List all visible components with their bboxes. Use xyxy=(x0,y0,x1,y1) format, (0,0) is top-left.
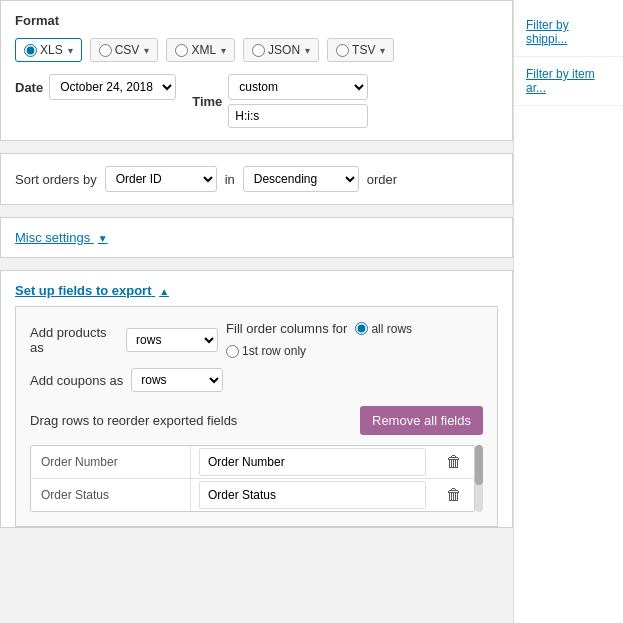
field-input-order-status[interactable] xyxy=(191,481,434,509)
sort-suffix-label: order xyxy=(367,172,397,187)
scroll-thumb xyxy=(475,445,483,485)
format-csv[interactable]: CSV ▾ xyxy=(90,38,159,62)
setup-section: Set up fields to export ▲ Add products a… xyxy=(0,270,513,528)
xls-arrow-icon[interactable]: ▾ xyxy=(68,45,73,56)
drag-label: Drag rows to reorder exported fields xyxy=(30,413,237,428)
filter-shipping-link[interactable]: Filter by shippi... xyxy=(514,8,623,57)
right-sidebar: Filter by shippi... Filter by item ar... xyxy=(513,0,623,623)
field-label-order-status: Order Status xyxy=(31,479,191,511)
field-label-order-number: Order Number xyxy=(31,446,191,478)
format-title: Format xyxy=(15,13,498,28)
scrollbar[interactable] xyxy=(475,445,483,512)
tsv-arrow-icon[interactable]: ▾ xyxy=(380,45,385,56)
coupons-select[interactable]: rows columns xyxy=(131,368,223,392)
delete-order-status-icon[interactable]: 🗑 xyxy=(446,486,462,504)
field-input-order-number[interactable] xyxy=(191,448,434,476)
time-label: Time xyxy=(192,94,222,109)
misc-arrow-icon: ▼ xyxy=(98,233,108,244)
misc-toggle-button[interactable]: Misc settings ▼ xyxy=(15,230,108,245)
delete-order-number-icon[interactable]: 🗑 xyxy=(446,453,462,471)
json-arrow-icon[interactable]: ▾ xyxy=(305,45,310,56)
setup-arrow-icon: ▲ xyxy=(159,286,169,297)
time-container: custom xyxy=(228,74,368,128)
field-text-order-number[interactable] xyxy=(199,448,426,476)
time-group: Time custom xyxy=(192,74,368,128)
csv-arrow-icon[interactable]: ▾ xyxy=(144,45,149,56)
fields-table-wrapper: Order Number 🗑 Order Status xyxy=(30,445,483,512)
table-row: Order Status 🗑 xyxy=(31,479,474,511)
sort-section: Sort orders by Order ID Order Date Custo… xyxy=(0,153,513,205)
fill-order-row: Fill order columns for all rows 1st row … xyxy=(226,321,483,358)
sort-direction-select[interactable]: Ascending Descending xyxy=(243,166,359,192)
fill-all-rows-option[interactable]: all rows xyxy=(355,322,412,336)
filter-item-link[interactable]: Filter by item ar... xyxy=(514,57,623,106)
xml-arrow-icon[interactable]: ▾ xyxy=(221,45,226,56)
sort-label: Sort orders by xyxy=(15,172,97,187)
format-xml[interactable]: XML ▾ xyxy=(166,38,235,62)
time-select[interactable]: custom xyxy=(228,74,368,100)
coupons-label: Add coupons as xyxy=(30,373,123,388)
fill-1st-row-option[interactable]: 1st row only xyxy=(226,344,306,358)
date-select[interactable]: October 24, 2018 xyxy=(49,74,176,100)
products-label: Add products as xyxy=(30,325,118,355)
format-xls[interactable]: XLS ▾ xyxy=(15,38,82,62)
table-row: Order Number 🗑 xyxy=(31,446,474,479)
fields-config-box: Add products as rows columns Fill order … xyxy=(15,306,498,527)
sort-field-select[interactable]: Order ID Order Date Customer Total xyxy=(105,166,217,192)
fields-table: Order Number 🗑 Order Status xyxy=(30,445,475,512)
format-options-row: XLS ▾ CSV ▾ XML ▾ JSON ▾ xyxy=(15,38,498,62)
time-format-input[interactable] xyxy=(228,104,368,128)
field-text-order-status[interactable] xyxy=(199,481,426,509)
sort-in-label: in xyxy=(225,172,235,187)
products-row: Add products as rows columns Fill order … xyxy=(30,321,483,358)
products-select[interactable]: rows columns xyxy=(126,328,218,352)
misc-section: Misc settings ▼ xyxy=(0,217,513,258)
remove-all-button[interactable]: Remove all fields xyxy=(360,406,483,435)
date-label: Date xyxy=(15,80,43,95)
drag-header: Drag rows to reorder exported fields Rem… xyxy=(30,406,483,435)
fill-label: Fill order columns for xyxy=(226,321,347,336)
field-actions-order-number: 🗑 xyxy=(434,453,474,471)
format-tsv[interactable]: TSV ▾ xyxy=(327,38,394,62)
coupons-row: Add coupons as rows columns xyxy=(30,368,483,392)
sort-row: Sort orders by Order ID Order Date Custo… xyxy=(15,166,498,192)
date-group: Date October 24, 2018 xyxy=(15,74,176,100)
field-actions-order-status: 🗑 xyxy=(434,486,474,504)
format-json[interactable]: JSON ▾ xyxy=(243,38,319,62)
setup-toggle-button[interactable]: Set up fields to export ▲ xyxy=(15,283,169,298)
